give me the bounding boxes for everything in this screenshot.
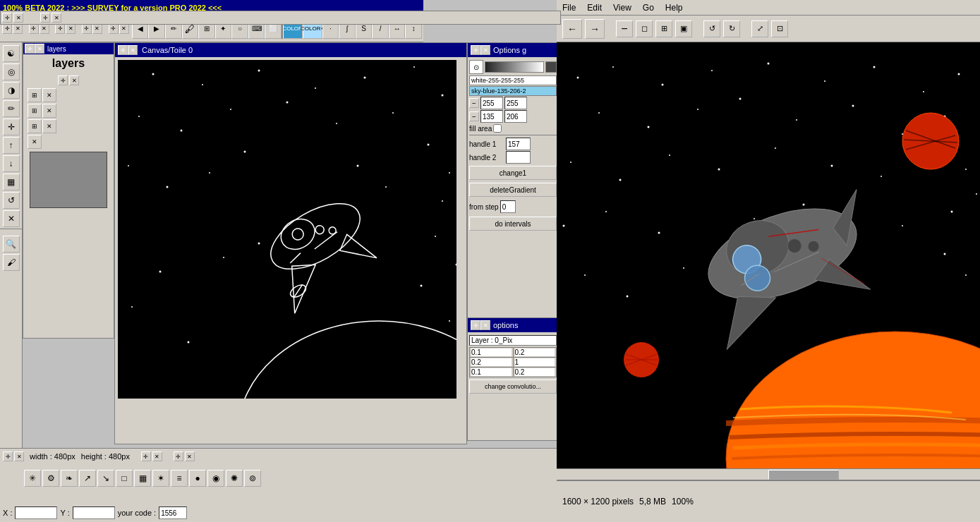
layer-tool1[interactable]: ⊞: [28, 88, 42, 102]
nav-toolbar: ← → − ◻ ⊞ ▣ ↺ ↻ ⤢ ⊡: [557, 16, 980, 42]
scrollbar-thumb[interactable]: [768, 470, 839, 480]
tool-up-arrow[interactable]: ↑: [3, 137, 20, 154]
status-close3-icon[interactable]: ✕: [185, 451, 195, 461]
btn-grid2[interactable]: ▦: [134, 470, 151, 487]
right-scrollbar[interactable]: [557, 468, 980, 480]
svg-point-25: [188, 341, 190, 344]
btn-square[interactable]: □: [116, 470, 133, 487]
svg-point-26: [449, 320, 450, 322]
nav-forward-btn[interactable]: →: [585, 19, 605, 39]
menu-edit[interactable]: Edit: [587, 3, 602, 13]
color-swatch-white[interactable]: white-255-255-255: [469, 75, 557, 85]
from-step-input[interactable]: [500, 200, 516, 213]
x-input[interactable]: [15, 506, 57, 519]
minus-btn-2[interactable]: −: [469, 111, 479, 121]
change-convolution-btn[interactable]: change convolutio...: [469, 380, 557, 394]
options2-close-icon[interactable]: ✕: [480, 320, 490, 330]
layer-close5[interactable]: ✕: [42, 119, 56, 133]
btn-arrow-down-right[interactable]: ↘: [97, 470, 114, 487]
options2-title-bar: ✛ ✕ options: [468, 318, 558, 332]
svg-point-18: [449, 172, 450, 174]
tb-close2-icon[interactable]: ✕: [40, 24, 49, 34]
nav-zoom-fit-btn[interactable]: ⊞: [655, 20, 672, 37]
svg-point-59: [873, 66, 876, 68]
y-input[interactable]: [73, 506, 115, 519]
conv-r1c1[interactable]: [471, 348, 512, 356]
status-close2-icon[interactable]: ✕: [152, 451, 162, 461]
fill-area-checkbox[interactable]: [493, 124, 502, 133]
color-swatch-blue[interactable]: sky-blue-135-206-2: [469, 86, 557, 96]
menu-go[interactable]: Go: [643, 3, 654, 13]
tb-close5-icon[interactable]: ✕: [119, 24, 129, 34]
conv-r2c1[interactable]: [471, 358, 512, 366]
svg-point-54: [612, 66, 614, 68]
do-intervals-btn[interactable]: do intervals: [469, 217, 557, 231]
val2a-input[interactable]: [480, 110, 503, 123]
conv-r2c2[interactable]: [515, 358, 555, 366]
canvas-drawing-area[interactable]: [118, 60, 456, 399]
tool-grid[interactable]: ▦: [3, 174, 20, 190]
btn-arrow-up-right[interactable]: ↗: [79, 470, 96, 487]
tool-zoom-in[interactable]: 🔍: [3, 236, 20, 253]
btn-radial[interactable]: ✺: [226, 470, 243, 487]
menu-file[interactable]: File: [562, 3, 576, 13]
svg-point-12: [392, 112, 394, 114]
layer-tool4[interactable]: ✕: [42, 104, 56, 118]
bwb-close2[interactable]: ✕: [52, 13, 61, 23]
code-input[interactable]: [159, 506, 187, 519]
layer-tool3[interactable]: ⊞: [28, 104, 42, 118]
layers-close-icon[interactable]: ✕: [35, 44, 44, 54]
nav-zoom-fill-btn[interactable]: ▣: [675, 20, 692, 37]
tb-close-icon[interactable]: ✕: [13, 24, 23, 34]
layer-close-icon[interactable]: ✕: [69, 75, 79, 85]
layer-tool2[interactable]: ✕: [42, 88, 56, 102]
handle2-input[interactable]: [506, 151, 531, 164]
gradient-target-icon[interactable]: ⊙: [469, 60, 483, 74]
delete-gradient-btn[interactable]: deleteGradient: [469, 183, 557, 197]
nav-rotate-ccw-btn[interactable]: ↺: [703, 20, 720, 37]
change1-btn[interactable]: change1: [469, 166, 557, 180]
nav-zoom-reset-btn[interactable]: ◻: [636, 20, 653, 37]
handle1-input[interactable]: [506, 138, 531, 150]
bwb-close1[interactable]: ✕: [13, 13, 23, 23]
menu-view[interactable]: View: [613, 3, 631, 13]
minus-btn-1[interactable]: −: [469, 98, 479, 108]
canvas-close-icon[interactable]: ✕: [128, 45, 138, 55]
conv-r3c2[interactable]: [515, 368, 555, 376]
tool-x[interactable]: ✕: [3, 210, 20, 227]
btn-leaf[interactable]: ❧: [61, 470, 78, 487]
layer-tool5[interactable]: ⊞: [28, 119, 42, 133]
tool-down-arrow[interactable]: ↓: [3, 155, 20, 172]
options-close-icon[interactable]: ✕: [480, 45, 490, 55]
tool-move[interactable]: ✛: [3, 119, 20, 135]
btn-circle-btn[interactable]: ●: [189, 470, 206, 487]
val2b-input[interactable]: [504, 110, 527, 123]
svg-marker-45: [334, 227, 377, 272]
tb-close3-icon[interactable]: ✕: [66, 24, 75, 34]
nav-crop-btn[interactable]: ⊡: [771, 20, 788, 37]
conv-r3c1[interactable]: [471, 368, 512, 376]
btn-lines[interactable]: ≡: [171, 470, 188, 487]
tool-yin-yang[interactable]: ☯: [3, 45, 20, 62]
btn-starburst[interactable]: ✳: [24, 470, 41, 487]
btn-disc[interactable]: ◉: [207, 470, 224, 487]
tool-rotate[interactable]: ↺: [3, 192, 20, 209]
val1a-input[interactable]: [480, 97, 503, 109]
menu-help[interactable]: Help: [665, 3, 683, 13]
tool-pencil-v[interactable]: ✏: [3, 100, 20, 117]
nav-zoom-out-btn[interactable]: −: [616, 20, 633, 37]
status-close-icon[interactable]: ✕: [14, 451, 24, 461]
tool-circle-tool[interactable]: ◎: [3, 63, 20, 80]
nav-back-btn[interactable]: ←: [562, 19, 582, 39]
tool-paint[interactable]: 🖌: [3, 254, 20, 271]
btn-fan[interactable]: ⚙: [42, 470, 59, 487]
conv-r1c2[interactable]: [515, 348, 555, 356]
layer-tool6[interactable]: ✕: [28, 135, 42, 149]
btn-ring[interactable]: ⊚: [244, 470, 261, 487]
tb-close4-icon[interactable]: ✕: [92, 24, 102, 34]
btn-star-burst2[interactable]: ✶: [152, 470, 169, 487]
nav-rotate-cw-btn[interactable]: ↻: [723, 20, 740, 37]
nav-expand-btn[interactable]: ⤢: [751, 20, 768, 37]
tool-half-circle[interactable]: ◑: [3, 82, 20, 99]
val1b-input[interactable]: [504, 97, 527, 109]
